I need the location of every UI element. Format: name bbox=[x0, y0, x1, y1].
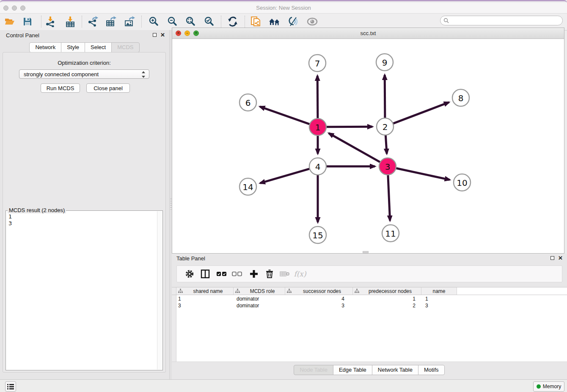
tab-network-table[interactable]: Network Table bbox=[372, 365, 418, 375]
node-8[interactable]: 8 bbox=[452, 89, 469, 106]
edge-1-6[interactable] bbox=[260, 107, 310, 124]
export-table-icon bbox=[105, 16, 116, 27]
toolbar-separator bbox=[141, 16, 142, 28]
node-label: 1 bbox=[315, 122, 321, 133]
tab-node-table[interactable]: Node Table bbox=[294, 365, 333, 375]
import-network-button[interactable] bbox=[44, 15, 57, 28]
network-window: ✕ – + scc.txt 7968124314101511 bbox=[172, 28, 564, 254]
mcds-result-item: 1 bbox=[6, 213, 162, 220]
float-panel-icon[interactable] bbox=[153, 33, 157, 37]
create-column-button[interactable] bbox=[248, 268, 260, 280]
edge-2-8[interactable] bbox=[393, 102, 449, 124]
edge-2-9[interactable] bbox=[385, 75, 385, 118]
node-6[interactable]: 6 bbox=[239, 94, 256, 111]
node-label: 2 bbox=[383, 122, 388, 132]
open-session-button[interactable] bbox=[3, 15, 17, 28]
table-row[interactable]: 3 dominator 3 2 3 bbox=[176, 303, 457, 309]
column-header-predecessor-nodes[interactable]: predecessor nodes bbox=[353, 287, 421, 295]
zoom-out-button[interactable] bbox=[165, 15, 179, 28]
node-7[interactable]: 7 bbox=[309, 55, 326, 72]
node-1[interactable]: 1 bbox=[309, 119, 326, 135]
node-10[interactable]: 10 bbox=[454, 174, 471, 191]
node-label: 15 bbox=[312, 230, 323, 240]
close-panel-icon[interactable]: ✕ bbox=[160, 33, 165, 37]
zoom-selected-icon bbox=[204, 16, 215, 27]
criterion-select[interactable]: strongly connected component bbox=[19, 69, 149, 79]
edge-3-11[interactable] bbox=[388, 175, 390, 221]
show-column-panel-button[interactable] bbox=[199, 268, 212, 280]
column-header-mcds-role[interactable]: MCDS role bbox=[234, 287, 285, 295]
memory-button[interactable]: Memory bbox=[533, 381, 564, 392]
table-settings-button[interactable] bbox=[183, 268, 196, 280]
tab-network[interactable]: Network bbox=[29, 42, 61, 52]
control-panel-title: Control Panel bbox=[6, 32, 39, 39]
close-panel-button[interactable]: Close panel bbox=[86, 83, 130, 93]
memory-label: Memory bbox=[543, 384, 561, 389]
apply-layout-button[interactable] bbox=[226, 15, 239, 28]
tab-edge-table[interactable]: Edge Table bbox=[333, 365, 372, 375]
mcds-result-title: MCDS result (2 nodes) bbox=[8, 207, 66, 213]
close-table-panel-icon[interactable]: ✕ bbox=[558, 256, 563, 260]
trash-icon bbox=[265, 269, 274, 279]
tab-style[interactable]: Style bbox=[61, 42, 85, 52]
export-image-button[interactable] bbox=[123, 15, 136, 28]
column-header-shared-name[interactable]: shared name bbox=[176, 287, 234, 295]
result-scrollbar[interactable] bbox=[157, 211, 162, 370]
edge-3-1[interactable] bbox=[329, 133, 380, 162]
status-bar: Memory bbox=[0, 379, 567, 392]
node-15[interactable]: 15 bbox=[309, 226, 326, 243]
import-table-button[interactable] bbox=[63, 15, 77, 28]
duplicate-network-button[interactable] bbox=[249, 15, 263, 28]
column-header-successor-nodes[interactable]: successor nodes bbox=[285, 287, 353, 295]
node-3[interactable]: 3 bbox=[379, 158, 396, 175]
column-header-name[interactable]: name bbox=[421, 287, 457, 295]
node-11[interactable]: 11 bbox=[382, 225, 399, 242]
node-14[interactable]: 14 bbox=[239, 178, 256, 195]
criterion-value: strongly connected component bbox=[24, 71, 99, 77]
zoom-in-button[interactable] bbox=[147, 15, 160, 28]
export-network-button[interactable] bbox=[86, 15, 99, 28]
delete-column-button[interactable] bbox=[263, 268, 276, 280]
canvas-splitter-grip[interactable] bbox=[363, 251, 369, 253]
unselect-all-columns-button[interactable] bbox=[231, 268, 243, 280]
mcds-panel: Optimization criterion: strongly connect… bbox=[3, 52, 166, 373]
network-canvas[interactable]: 7968124314101511 bbox=[172, 39, 564, 253]
show-graphics-details-button[interactable] bbox=[286, 15, 300, 28]
run-mcds-button[interactable]: Run MCDS bbox=[41, 83, 80, 93]
zoom-fit-button[interactable] bbox=[184, 15, 197, 28]
edge-4-14[interactable] bbox=[260, 169, 310, 183]
edge-1-2[interactable] bbox=[326, 127, 372, 127]
search-box[interactable] bbox=[440, 16, 563, 25]
save-session-button[interactable] bbox=[21, 15, 34, 28]
node-label: 11 bbox=[385, 229, 396, 239]
node-4[interactable]: 4 bbox=[309, 158, 326, 175]
select-all-columns-button[interactable] bbox=[215, 268, 228, 280]
list-icon bbox=[7, 384, 14, 389]
float-table-panel-icon[interactable] bbox=[550, 256, 554, 260]
application-window: Session: New Session bbox=[0, 0, 567, 392]
node-label: 10 bbox=[457, 178, 467, 188]
node-label: 6 bbox=[245, 98, 251, 108]
node-9[interactable]: 9 bbox=[376, 54, 393, 71]
edge-3-10[interactable] bbox=[396, 168, 450, 179]
tab-select[interactable]: Select bbox=[85, 42, 112, 52]
edge-1-7[interactable] bbox=[317, 76, 318, 119]
tab-motifs[interactable]: Motifs bbox=[418, 365, 445, 375]
task-history-button[interactable] bbox=[5, 381, 16, 392]
zoom-selected-button[interactable] bbox=[202, 15, 216, 28]
network-title: scc.txt bbox=[172, 30, 564, 36]
attribute-type-icon bbox=[355, 289, 359, 293]
network-window-titlebar[interactable]: ✕ – + scc.txt bbox=[172, 28, 564, 39]
tab-mcds[interactable]: MCDS bbox=[111, 42, 139, 52]
edge-2-3[interactable] bbox=[385, 135, 387, 154]
export-table-button[interactable] bbox=[104, 15, 118, 28]
network-graph[interactable]: 7968124314101511 bbox=[172, 39, 564, 253]
search-input[interactable] bbox=[449, 17, 562, 25]
delete-table-button[interactable] bbox=[278, 268, 291, 280]
toolbar-separator bbox=[41, 16, 41, 28]
table-row[interactable]: 1 dominator 4 1 1 bbox=[176, 296, 457, 303]
node-2[interactable]: 2 bbox=[377, 118, 394, 135]
function-builder-button[interactable]: f(x) bbox=[294, 268, 306, 280]
nested-network-button[interactable] bbox=[268, 15, 281, 28]
hide-selected-button[interactable] bbox=[306, 15, 319, 28]
